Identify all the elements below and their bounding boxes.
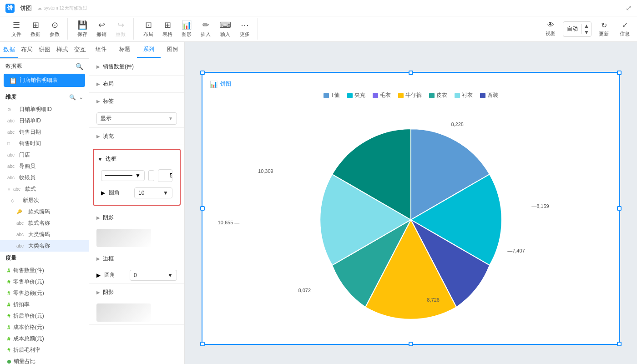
measure-item-5[interactable]: # 成本价格(元) xyxy=(0,322,89,333)
measure-item-4[interactable]: # 折后单价(元) xyxy=(0,310,89,322)
data-label-suit: —7,407 xyxy=(507,248,525,253)
param-button[interactable]: ⊙ 参数 xyxy=(46,18,64,40)
tab-title[interactable]: 标题 xyxy=(113,42,136,58)
zoom-up-arrow[interactable]: ▲ xyxy=(584,23,589,29)
handle-mid-right[interactable] xyxy=(617,206,622,211)
measure-item-8[interactable]: 销量占比 xyxy=(0,356,89,364)
handle-top-left[interactable] xyxy=(200,71,205,75)
dim-item-5[interactable]: abc 导购员 xyxy=(0,161,89,172)
handle-mid-left[interactable] xyxy=(200,206,205,211)
tab-layout[interactable]: 布局 xyxy=(18,42,35,58)
search-dim-icon[interactable]: 🔍 xyxy=(69,94,76,101)
border-width-input[interactable]: ▲ ▼ xyxy=(158,169,172,182)
dim-item-8[interactable]: ◇ 新层次 xyxy=(0,195,89,206)
undo-icon: ↩ xyxy=(98,20,105,30)
insert-button[interactable]: ✏ 插入 xyxy=(197,18,215,40)
border-inner-header[interactable]: ▶ 边框 xyxy=(89,250,184,267)
handle-bot-right[interactable] xyxy=(617,342,622,346)
collapse-arrow: ▶ xyxy=(96,256,100,261)
handle-bot-left[interactable] xyxy=(200,342,205,346)
zoom-control[interactable]: 自动 ▲ ▼ xyxy=(563,21,592,37)
dim-item-12[interactable]: abc 大类名称 xyxy=(0,240,89,252)
corner-radius-row: ▶ 圆角 10 ▼ xyxy=(94,185,180,201)
info-button[interactable]: ✓ 信息 xyxy=(616,19,633,39)
zoom-down-arrow[interactable]: ▼ xyxy=(584,29,589,35)
sales-section-header[interactable]: ▶ 销售数量(件) xyxy=(89,58,184,75)
measure-item-2[interactable]: # 零售总额(元) xyxy=(0,288,89,299)
refresh-button[interactable]: ↻ 更新 xyxy=(595,19,612,39)
tab-style[interactable]: 样式 xyxy=(53,42,71,58)
dim-item-10[interactable]: abc 款式名称 xyxy=(0,217,89,229)
tab-interact[interactable]: 交互 xyxy=(71,42,89,58)
label-value-select[interactable]: 显示 ▼ xyxy=(96,112,177,125)
handle-bot-center[interactable] xyxy=(409,342,413,346)
layout-section-header[interactable]: ▶ 布局 xyxy=(89,76,184,92)
save-button[interactable]: 💾 保存 xyxy=(73,18,91,40)
dim-label: 款式名称 xyxy=(28,219,50,227)
measure-item-6[interactable]: # 成本总额(元) xyxy=(0,333,89,344)
measure-item-7[interactable]: # 折后毛利率 xyxy=(0,344,89,356)
shadow-inner-preview-row xyxy=(89,301,184,324)
dim-item-3[interactable]: □ 销售时间 xyxy=(0,138,89,149)
canvas-area[interactable]: 📊 饼图 T恤 夹克 毛衣 xyxy=(185,42,637,364)
dim-item-6[interactable]: abc 收银员 xyxy=(0,172,89,183)
handle-top-right[interactable] xyxy=(617,71,622,75)
redo-button[interactable]: ↪ 重做 xyxy=(111,18,130,40)
fill-section: ▶ 填充 xyxy=(89,128,184,145)
dot-icon xyxy=(7,360,11,364)
tab-piechart[interactable]: 饼图 xyxy=(35,42,53,58)
label-section-header[interactable]: ▶ 标签 xyxy=(89,93,184,110)
dim-item-0[interactable]: ⊙ 日销单明细ID xyxy=(0,104,89,115)
hash-icon: # xyxy=(7,324,10,331)
file-button[interactable]: ☰ 文件 xyxy=(7,18,25,40)
dim-item-11[interactable]: abc 大类编码 xyxy=(0,229,89,240)
tab-component[interactable]: 组件 xyxy=(89,42,113,58)
key-type-icon: 🔑 xyxy=(16,209,25,214)
input-button[interactable]: ⌨ 输入 xyxy=(216,18,235,40)
zoom-arrows[interactable]: ▲ ▼ xyxy=(582,22,591,36)
layout-button[interactable]: ⊡ 布局 xyxy=(139,18,157,40)
measure-item-3[interactable]: # 折扣率 xyxy=(0,299,89,310)
dim-item-4[interactable]: abc 门店 xyxy=(0,149,89,161)
dim-item-7[interactable]: ∨ abc 款式 xyxy=(0,183,89,195)
insert-group: ⊡ 布局 ⊞ 表格 📊 图形 ✏ 插入 ⌨ 输入 ⋯ 更多 xyxy=(136,18,258,40)
corner-radius-select[interactable]: 10 ▼ xyxy=(134,187,172,198)
shape-button[interactable]: 📊 图形 xyxy=(177,18,196,40)
data-button[interactable]: ⊞ 数据 xyxy=(26,18,45,40)
expand-dim-icon[interactable]: ⌄ xyxy=(79,94,83,101)
expand-icon[interactable]: ⤢ xyxy=(626,4,632,12)
style-content: ▶ 销售数量(件) ▶ 布局 ▶ 标签 显示 xyxy=(89,58,184,364)
dim-item-2[interactable]: abc 销售日期 xyxy=(0,126,89,138)
border-color-picker[interactable] xyxy=(148,170,154,181)
search-icon[interactable]: 🔍 xyxy=(76,63,83,70)
hash-icon: # xyxy=(7,268,10,274)
line-style-select[interactable]: ▼ xyxy=(101,170,145,181)
dim-item-1[interactable]: abc 日销单ID xyxy=(0,115,89,126)
undo-button[interactable]: ↩ 撤销 xyxy=(92,18,111,40)
layout-icon: ⊡ xyxy=(145,20,152,30)
handle-top-center[interactable] xyxy=(409,71,413,75)
dim-item-9[interactable]: 🔑 款式编码 xyxy=(0,206,89,217)
measure-item-0[interactable]: # 销售数量(件) xyxy=(0,265,89,276)
measure-item-1[interactable]: # 零售单价(元) xyxy=(0,276,89,288)
datasource-item[interactable]: 📋 门店销售明细表 xyxy=(4,74,85,87)
abc-type-icon: abc xyxy=(13,187,22,192)
border-width-field[interactable] xyxy=(158,171,172,181)
table-button[interactable]: ⊞ 表格 xyxy=(158,18,177,40)
legend-item-1: 夹克 xyxy=(347,91,365,99)
fill-section-header[interactable]: ▶ 填充 xyxy=(89,128,184,145)
expand-chevron[interactable]: ∨ xyxy=(7,187,10,192)
legend-color-3 xyxy=(398,93,404,98)
shadow-outer-header[interactable]: ▶ 阴影 xyxy=(89,209,184,226)
shadow-inner-header[interactable]: ▶ 阴影 xyxy=(89,284,184,301)
label-value-row: 显示 ▼ xyxy=(89,110,184,127)
corner-inner-select[interactable]: 0 ▼ xyxy=(130,270,177,281)
legend-label-0: T恤 xyxy=(331,91,339,99)
tab-data[interactable]: 数据 xyxy=(0,42,18,58)
view-button[interactable]: 👁 视图 xyxy=(542,19,559,39)
chart-legend: T恤 夹克 毛衣 牛仔裤 xyxy=(210,91,612,99)
tab-legend[interactable]: 图例 xyxy=(161,42,184,58)
border-outer-header[interactable]: ▼ 边框 xyxy=(94,153,180,167)
tab-series[interactable]: 系列 xyxy=(137,42,161,58)
more-button[interactable]: ⋯ 更多 xyxy=(236,18,254,40)
